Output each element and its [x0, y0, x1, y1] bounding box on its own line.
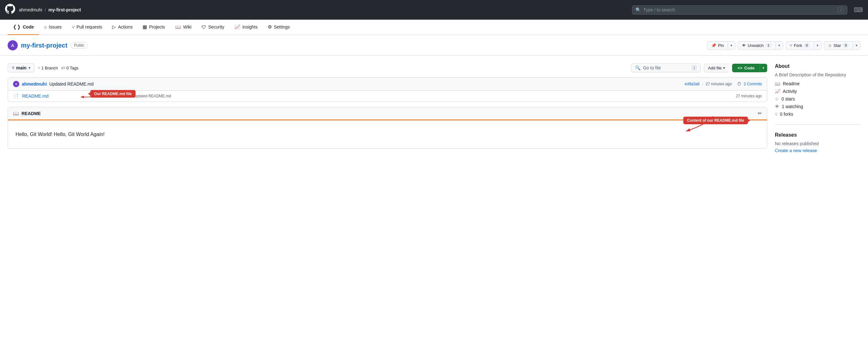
projects-icon: ▦	[143, 24, 147, 30]
tab-code[interactable]: ❬❭ Code	[8, 20, 39, 35]
star-button[interactable]: ☆ Star 0	[824, 41, 853, 50]
tab-pull-requests[interactable]: ⑂ Pull requests	[67, 20, 107, 35]
repo-header: A my-first-project Public 📌 Pin ▾ 👁 Unwa…	[0, 35, 868, 56]
sidebar-item-readme[interactable]: 📖 Readme	[775, 81, 860, 86]
commit-hash-link[interactable]: ed9a3a8	[685, 82, 700, 86]
about-description: A Brief Description of the Repository	[775, 72, 860, 77]
search-kbd: /	[838, 7, 844, 13]
releases-section: Releases No releases published Create a …	[775, 124, 860, 153]
commit-author-name[interactable]: ahmedmuhi	[22, 82, 47, 87]
file-table: A ahmedmuhi Updated README.md ed9a3a8 · …	[8, 77, 767, 102]
pin-button-group: 📌 Pin ▾	[707, 41, 735, 50]
branch-selector[interactable]: ⑂ main ▾	[8, 63, 34, 72]
github-logo-icon[interactable]	[5, 4, 15, 16]
repo-name[interactable]: my-first-project	[21, 42, 67, 49]
pin-button[interactable]: 📌 Pin	[707, 41, 728, 50]
forks-icon: ⑂	[775, 112, 777, 117]
code-caret[interactable]: ▾	[760, 64, 767, 72]
unwatch-button[interactable]: 👁 Unwatch 1	[738, 41, 775, 50]
readme-content: Hello, Git World! Hello, Git World Again…	[8, 120, 767, 148]
sidebar-item-forks[interactable]: ⑂ 0 forks	[775, 112, 860, 117]
add-file-button[interactable]: Add file ▾	[704, 64, 729, 72]
add-file-button-group: Add file ▾	[704, 64, 729, 72]
file-rows-wrapper: 📄 README.md Our README.md file Updated R…	[8, 91, 767, 102]
tag-icon: 🏷	[61, 66, 65, 70]
pin-icon: 📌	[711, 43, 716, 48]
commit-header: A ahmedmuhi Updated README.md ed9a3a8 · …	[8, 78, 767, 91]
commit-time: 27 minutes ago	[706, 82, 732, 86]
goto-kbd: t	[692, 65, 696, 70]
star-icon: ☆	[828, 43, 832, 48]
repo-sidebar: About A Brief Description of the Reposit…	[775, 63, 860, 153]
sidebar-item-watching[interactable]: 👁 1 watching	[775, 104, 860, 109]
file-name-link[interactable]: README.md	[22, 93, 79, 98]
repo-tabs: ❬❭ Code ○ Issues ⑂ Pull requests ▷ Actio…	[0, 20, 868, 35]
settings-icon: ⚙	[268, 24, 272, 30]
readme-book-icon: 📖	[13, 111, 19, 116]
repo-visibility-badge: Public	[71, 42, 88, 49]
releases-title: Releases	[775, 132, 860, 138]
fork-button[interactable]: ⑂ Fork 0	[786, 41, 814, 50]
readme-annotation-tooltip: Content of our README.md file	[683, 117, 748, 124]
unwatch-count: 1	[765, 43, 772, 48]
tag-count[interactable]: 🏷 0 Tags	[61, 66, 79, 70]
tab-security[interactable]: 🛡 Security	[196, 20, 229, 35]
add-file-chevron-icon: ▾	[723, 66, 725, 70]
stars-icon: ☆	[775, 96, 779, 102]
tab-wiki[interactable]: 📖 Wiki	[170, 20, 196, 35]
file-row: 📄 README.md Our README.md file Updated R…	[8, 91, 767, 102]
pin-caret[interactable]: ▾	[728, 41, 735, 50]
readme-title: README	[22, 111, 41, 116]
fork-button-group: ⑂ Fork 0 ▾	[786, 41, 822, 50]
tab-actions[interactable]: ▷ Actions	[107, 20, 137, 35]
readme-content-badge: Content of our README.md file	[683, 117, 748, 124]
nav-user-repo: ahmedmuhi / my-first-project	[19, 7, 81, 12]
insights-icon: 📈	[235, 24, 241, 30]
commit-dot-separator: ·	[702, 82, 703, 86]
create-release-link[interactable]: Create a new release	[775, 148, 817, 153]
branch-icon: ⑂	[12, 65, 14, 70]
go-to-file-input[interactable]: 🔍 Go to file t	[631, 63, 701, 72]
code-button[interactable]: <> Code	[732, 64, 760, 72]
sidebar-item-stars[interactable]: ☆ 0 stars	[775, 96, 860, 102]
fork-caret[interactable]: ▾	[814, 41, 822, 50]
tab-settings[interactable]: ⚙ Settings	[262, 20, 295, 35]
top-nav: ahmedmuhi / my-first-project 🔍 Type / to…	[0, 0, 868, 20]
branch-bar: ⑂ main ▾ ⑂ 1 Branch 🏷 0 Tags 🔍 Go to fil…	[8, 63, 767, 72]
branch-count[interactable]: ⑂ 1 Branch	[38, 66, 58, 70]
tab-projects[interactable]: ▦ Projects	[137, 20, 170, 35]
search-bar[interactable]: 🔍 Type / to search /	[632, 5, 847, 15]
readme-sidebar-icon: 📖	[775, 81, 780, 86]
code-button-group: <> Code ▾	[732, 64, 767, 72]
readme-edit-icon[interactable]: ✏	[758, 110, 762, 116]
commit-author-avatar: A	[13, 81, 19, 87]
readme-box: 📖 README ✏ Content of our README.md file…	[8, 107, 767, 149]
main-content: ⑂ main ▾ ⑂ 1 Branch 🏷 0 Tags 🔍 Go to fil…	[0, 56, 868, 153]
fork-icon: ⑂	[790, 43, 792, 48]
sidebar-item-activity[interactable]: 📈 Activity	[775, 89, 860, 94]
actions-icon: ▷	[112, 24, 116, 30]
search-file-icon: 🔍	[635, 65, 641, 70]
fork-count: 0	[804, 43, 810, 48]
code-brackets-icon: <>	[738, 66, 742, 70]
tab-issues[interactable]: ○ Issues	[39, 20, 67, 35]
readme-title-area: 📖 README	[13, 111, 41, 116]
issues-icon: ○	[44, 24, 47, 30]
commit-history-link[interactable]: 2 Commits	[744, 82, 762, 86]
repo-main: ⑂ main ▾ ⑂ 1 Branch 🏷 0 Tags 🔍 Go to fil…	[8, 63, 767, 153]
about-section: About A Brief Description of the Reposit…	[775, 63, 860, 117]
tab-insights[interactable]: 📈 Insights	[229, 20, 262, 35]
star-count: 0	[843, 43, 849, 48]
branch-chevron-icon: ▾	[29, 66, 30, 70]
eye-icon: 👁	[742, 43, 746, 48]
terminal-icon[interactable]: ⌨	[854, 6, 863, 13]
file-commit-msg: Updated README.md	[133, 94, 733, 98]
code-icon: ❬❭	[13, 24, 21, 30]
branches-icon: ⑂	[38, 66, 40, 70]
search-placeholder: Type / to search	[643, 7, 835, 12]
avatar: A	[8, 40, 18, 50]
star-caret[interactable]: ▾	[853, 41, 860, 50]
unwatch-caret[interactable]: ▾	[775, 41, 783, 50]
file-icon: 📄	[13, 93, 19, 99]
readme-file-annotation: Our README.md file	[90, 90, 135, 97]
